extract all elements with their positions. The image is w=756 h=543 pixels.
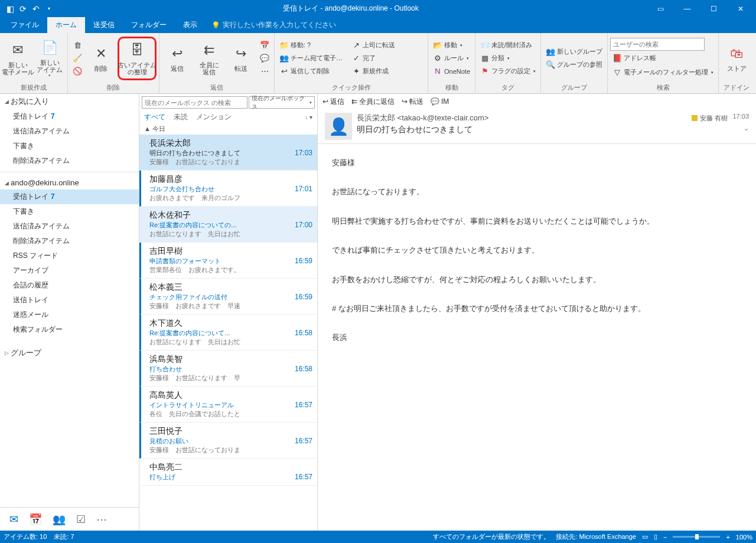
qat-send-receive-icon[interactable]: ⟳ bbox=[18, 4, 28, 14]
quickstep-reply-delete[interactable]: ↩返信して削除 bbox=[277, 65, 348, 78]
account-header[interactable]: ◢ando@dekiru.online bbox=[0, 176, 139, 189]
message-item[interactable]: 長浜栄太郎 明日の打ち合わせにつきまして17:03 安藤様 お世話になっておりま bbox=[139, 135, 317, 171]
reply-all-button[interactable]: ⇇全員に 返信 bbox=[194, 37, 224, 80]
nav-item[interactable]: アーカイブ bbox=[0, 263, 139, 278]
nav-item[interactable]: 送信トレイ bbox=[0, 293, 139, 308]
quickstep-team[interactable]: 👥チーム宛て電子… bbox=[277, 52, 348, 65]
filter-all[interactable]: すべて bbox=[144, 112, 165, 122]
nav-item[interactable]: 削除済みアイテム bbox=[0, 234, 139, 248]
tasks-view-icon[interactable]: ☑ bbox=[76, 513, 86, 526]
forward-action[interactable]: ↪転送 bbox=[402, 97, 423, 107]
quickstep-create[interactable]: ✦新規作成 bbox=[349, 65, 414, 78]
quickstep-boss[interactable]: ↗上司に転送 bbox=[349, 39, 414, 52]
forward-button[interactable]: ↪転送 bbox=[226, 37, 256, 80]
meeting-button[interactable]: 📅 bbox=[258, 39, 272, 52]
unread-button[interactable]: 📨未読/開封済み bbox=[478, 39, 538, 52]
delete-button[interactable]: ✕削除 bbox=[86, 37, 116, 80]
maximize-button[interactable]: ☐ bbox=[700, 0, 727, 17]
nav-item[interactable]: 受信トレイ7 bbox=[0, 109, 139, 124]
zoom-in-button[interactable]: + bbox=[726, 534, 729, 541]
message-item[interactable]: 高島英人 イントラサイトリニューアル16:57 各位 先日の会議でお話したと bbox=[139, 387, 317, 423]
message-item[interactable]: 中島亮二 打ち上げ16:57 bbox=[139, 459, 317, 486]
quickstep-move[interactable]: 📁移動: ? bbox=[277, 39, 348, 52]
filter-mention[interactable]: メンション bbox=[196, 112, 232, 122]
im-action[interactable]: 💬IM bbox=[431, 97, 449, 106]
message-item[interactable]: 浜島美智 打ち合わせ16:58 安藤様 お世話になります 早 bbox=[139, 351, 317, 387]
ignore-button[interactable]: 🗑 bbox=[70, 39, 84, 52]
flag-button[interactable]: ⚑フラグの設定▾ bbox=[478, 65, 538, 78]
nav-item[interactable]: 送信済みアイテム bbox=[0, 219, 139, 234]
onenote-button[interactable]: NOneNote bbox=[431, 65, 472, 78]
zoom-out-button[interactable]: − bbox=[663, 534, 667, 541]
groups-header[interactable]: ▷グループ bbox=[0, 345, 139, 361]
category-tag[interactable]: 安藤 有樹 bbox=[692, 114, 728, 123]
group-label: 削除 bbox=[68, 83, 159, 93]
favorites-header[interactable]: ◢お気に入り bbox=[0, 94, 139, 109]
nav-item[interactable]: 迷惑メール bbox=[0, 308, 139, 322]
mailbox-search-input[interactable] bbox=[142, 96, 247, 109]
message-item[interactable]: 加藤昌彦 ゴルフ大会打ち合わせ17:01 お疲れさまです 来月のゴルフ bbox=[139, 171, 317, 207]
minimize-button[interactable]: — bbox=[674, 0, 700, 17]
junk-button[interactable]: 🚫 bbox=[70, 65, 84, 78]
people-view-icon[interactable]: 👥 bbox=[53, 513, 66, 526]
cleanup-button[interactable]: 🧹 bbox=[70, 52, 84, 65]
ribbon-display-options[interactable]: ▭ bbox=[647, 0, 674, 17]
search-scope-dropdown[interactable]: 現在のメールボックス▾ bbox=[249, 96, 315, 109]
ribbon-tabs: ファイル ホーム 送受信 フォルダー 表示 💡実行したい作業を入力してください bbox=[0, 17, 756, 33]
qat-undo-icon[interactable]: ↶ bbox=[31, 4, 41, 14]
qat-dropdown-icon[interactable]: ▾ bbox=[44, 4, 54, 14]
sort-dropdown[interactable]: ↓ ▾ bbox=[305, 114, 312, 120]
nav-item[interactable]: 削除済みアイテム bbox=[0, 153, 139, 168]
reply-action[interactable]: ↩返信 bbox=[322, 97, 344, 107]
expand-header-icon[interactable]: ⌄ bbox=[744, 125, 749, 132]
quickstep-done[interactable]: ✓完了 bbox=[349, 52, 414, 65]
nav-item[interactable]: 会話の履歴 bbox=[0, 278, 139, 293]
message-item[interactable]: 松本義三 チェック用ファイルの送付16:59 安藤様 お疲れさまです 早速 bbox=[139, 279, 317, 315]
message-item[interactable]: 吉田早樹 申請書類のフォーマット16:59 営業部各位 お疲れさまです。 bbox=[139, 243, 317, 279]
new-email-button[interactable]: ✉新しい 電子メール bbox=[2, 37, 33, 80]
im-reply-button[interactable]: 💬 bbox=[258, 52, 272, 65]
nav-item[interactable]: 下書き bbox=[0, 139, 139, 153]
store-button[interactable]: 🛍ストア bbox=[721, 37, 752, 80]
new-items-button[interactable]: 📄新しい アイテム▾ bbox=[34, 37, 65, 80]
date-group-header[interactable]: ▲ 今日 bbox=[139, 123, 317, 135]
move-button[interactable]: 📂移動▾ bbox=[431, 39, 472, 52]
nav-item[interactable]: 送信済みアイテム bbox=[0, 124, 139, 139]
categorize-button[interactable]: ▦分類▾ bbox=[478, 52, 538, 65]
address-book-button[interactable]: 📕アドレス帳 bbox=[610, 52, 716, 65]
filter-email-button[interactable]: ▽電子メールのフィルター処理▾ bbox=[610, 66, 716, 79]
view-normal-icon[interactable]: ▭ bbox=[642, 533, 648, 541]
title-bar: ◧ ⟳ ↶ ▾ 受信トレイ - ando@dekiru.online - Out… bbox=[0, 0, 756, 17]
tab-send-receive[interactable]: 送受信 bbox=[85, 17, 123, 33]
close-button[interactable]: ✕ bbox=[727, 0, 754, 17]
tell-me-search[interactable]: 💡実行したい作業を入力してください bbox=[206, 17, 342, 33]
nav-item[interactable]: 受信トレイ7 bbox=[0, 189, 139, 204]
mail-view-icon[interactable]: ✉ bbox=[9, 513, 18, 526]
msg-time: 17:03 bbox=[295, 149, 312, 157]
reply-button[interactable]: ↩返信 bbox=[162, 37, 193, 80]
archive-button[interactable]: 🗄古いアイテム の整理 bbox=[118, 37, 157, 80]
msg-subject: ゴルフ大会打ち合わせ bbox=[149, 185, 214, 194]
view-reading-icon[interactable]: ▯ bbox=[654, 533, 657, 541]
window-controls: ▭ — ☐ ✕ bbox=[647, 0, 754, 17]
nav-item[interactable]: 検索フォルダー bbox=[0, 322, 139, 337]
zoom-slider[interactable] bbox=[673, 536, 720, 538]
message-item[interactable]: 三田悦子 見積のお願い16:57 安藤様 お世話になっておりま bbox=[139, 423, 317, 459]
tab-view[interactable]: 表示 bbox=[175, 17, 206, 33]
filter-unread[interactable]: 未読 bbox=[174, 112, 188, 122]
nav-item[interactable]: RSS フィード bbox=[0, 248, 139, 263]
tab-folder[interactable]: フォルダー bbox=[123, 17, 175, 33]
rules-button[interactable]: ⚙ルール▾ bbox=[431, 52, 472, 65]
tab-file[interactable]: ファイル bbox=[2, 17, 47, 33]
message-item[interactable]: 木下道久 Re:提案書の内容について...16:58 お世話になります 先日はお… bbox=[139, 315, 317, 351]
browse-groups-button[interactable]: 🔍グループの参照 bbox=[543, 58, 605, 71]
people-search-input[interactable] bbox=[610, 38, 705, 51]
more-respond-button[interactable]: ⋯ bbox=[258, 65, 272, 78]
more-views-icon[interactable]: ⋯ bbox=[96, 513, 107, 526]
reply-all-action[interactable]: ⇇全員に返信 bbox=[351, 97, 395, 107]
tab-home[interactable]: ホーム bbox=[47, 17, 85, 33]
calendar-view-icon[interactable]: 📅 bbox=[29, 513, 42, 526]
new-group-button[interactable]: 👥新しいグループ bbox=[543, 45, 605, 58]
message-item[interactable]: 松木佐和子 Re:提案書の内容についての...17:00 お世話になります 先日… bbox=[139, 207, 317, 243]
nav-item[interactable]: 下書き bbox=[0, 204, 139, 219]
